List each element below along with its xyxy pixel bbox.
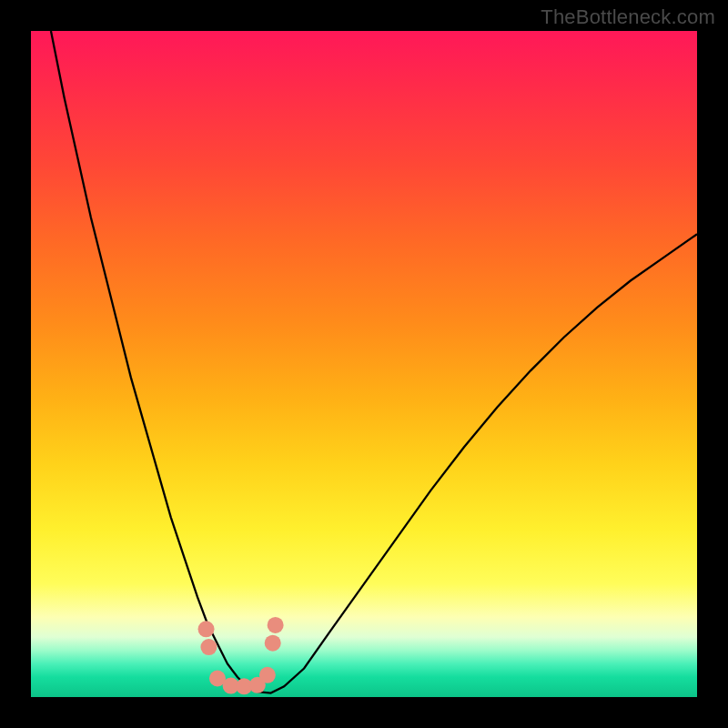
chart-frame: TheBottleneck.com — [0, 0, 728, 728]
watermark-text: TheBottleneck.com — [541, 5, 715, 29]
plot-area — [31, 31, 697, 697]
marker-dot — [265, 635, 281, 652]
marker-dot — [259, 667, 276, 683]
bottleneck-curve-svg — [31, 31, 697, 697]
bottleneck-curve — [51, 31, 697, 693]
marker-dot — [268, 617, 284, 633]
marker-dot — [200, 639, 217, 655]
marker-dots — [198, 617, 284, 694]
marker-dot — [198, 621, 215, 637]
